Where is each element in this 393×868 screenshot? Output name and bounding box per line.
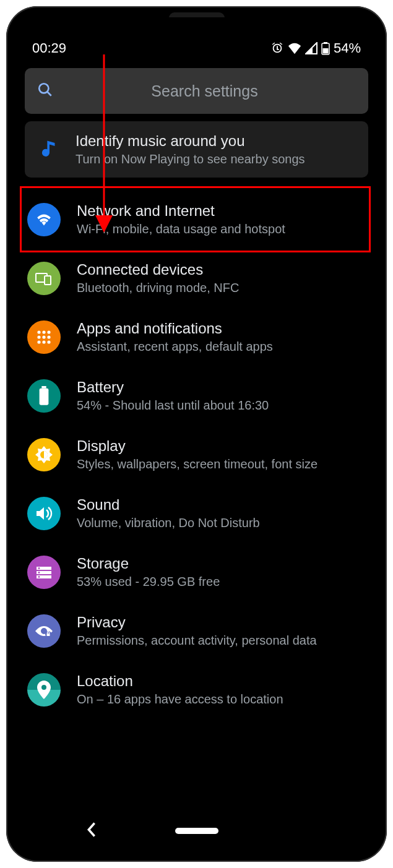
svg-point-7 <box>37 330 40 333</box>
search-settings[interactable]: Search settings <box>25 68 368 114</box>
svg-point-9 <box>47 330 50 333</box>
svg-rect-1 <box>324 42 327 44</box>
settings-item-display[interactable]: Display Styles, wallpapers, screen timeo… <box>25 425 368 484</box>
svg-point-11 <box>42 335 45 338</box>
now-playing-banner[interactable]: Identify music around you Turn on Now Pl… <box>25 121 368 178</box>
item-title: Privacy <box>77 614 363 631</box>
svg-point-8 <box>42 330 45 333</box>
settings-item-apps[interactable]: Apps and notifications Assistant, recent… <box>25 307 368 366</box>
back-button[interactable] <box>85 821 98 841</box>
svg-point-3 <box>39 84 48 93</box>
item-title: Storage <box>77 555 363 572</box>
battery-percent: 54% <box>334 40 361 56</box>
item-subtitle: Volume, vibration, Do Not Disturb <box>77 516 363 530</box>
settings-item-network[interactable]: Network and Internet Wi-Fi, mobile, data… <box>25 190 368 249</box>
wifi-icon <box>27 203 61 236</box>
battery-icon <box>27 379 61 413</box>
phone-screen: 00:29 54% <box>17 17 376 851</box>
wifi-status-icon <box>288 42 301 54</box>
svg-point-24 <box>38 572 40 574</box>
banner-subtitle: Turn on Now Playing to see nearby songs <box>76 152 356 166</box>
svg-point-13 <box>37 340 40 343</box>
svg-point-12 <box>47 335 50 338</box>
svg-point-10 <box>37 335 40 338</box>
item-subtitle: Assistant, recent apps, default apps <box>77 340 363 354</box>
item-subtitle: Bluetooth, driving mode, NFC <box>77 281 363 295</box>
brightness-icon <box>27 438 61 471</box>
storage-icon <box>27 556 61 589</box>
item-title: Sound <box>77 496 363 513</box>
privacy-icon <box>27 614 61 648</box>
svg-line-4 <box>47 92 51 96</box>
cell-signal-icon <box>305 42 317 54</box>
item-title: Apps and notifications <box>77 320 363 337</box>
status-bar: 00:29 54% <box>17 17 376 62</box>
settings-item-sound[interactable]: Sound Volume, vibration, Do Not Disturb <box>25 484 368 543</box>
home-pill[interactable] <box>175 828 218 834</box>
settings-list: Network and Internet Wi-Fi, mobile, data… <box>25 190 368 719</box>
devices-icon <box>27 262 61 295</box>
settings-item-location[interactable]: Location On – 16 apps have access to loc… <box>25 660 368 719</box>
item-title: Display <box>77 437 363 455</box>
status-icons: 54% <box>270 40 361 56</box>
battery-status-icon <box>321 41 330 55</box>
apps-icon <box>27 320 61 354</box>
svg-rect-6 <box>45 276 51 285</box>
banner-title: Identify music around you <box>76 132 356 150</box>
item-title: Location <box>77 672 363 690</box>
item-subtitle: Wi-Fi, mobile, data usage and hotspot <box>77 222 363 236</box>
settings-item-connected[interactable]: Connected devices Bluetooth, driving mod… <box>25 249 368 307</box>
status-time: 00:29 <box>32 40 66 56</box>
phone-frame: 00:29 54% <box>6 6 387 862</box>
svg-rect-27 <box>47 634 50 636</box>
item-subtitle: On – 16 apps have access to location <box>77 692 363 707</box>
item-subtitle: Styles, wallpapers, screen timeout, font… <box>77 457 363 471</box>
settings-item-battery[interactable]: Battery 54% - Should last until about 16… <box>25 366 368 425</box>
item-title: Network and Internet <box>77 202 363 220</box>
alarm-icon <box>270 41 284 55</box>
svg-point-14 <box>42 340 45 343</box>
svg-rect-2 <box>322 48 328 54</box>
svg-point-15 <box>47 340 50 343</box>
music-note-icon <box>37 139 62 160</box>
volume-icon <box>27 497 61 530</box>
item-title: Battery <box>77 379 363 396</box>
item-subtitle: 53% used - 29.95 GB free <box>77 575 363 589</box>
search-placeholder: Search settings <box>78 82 331 100</box>
svg-rect-17 <box>40 388 49 405</box>
item-subtitle: 54% - Should last until about 16:30 <box>77 398 363 413</box>
settings-content: Search settings Identify music around yo… <box>17 62 376 719</box>
svg-rect-16 <box>41 386 46 389</box>
location-icon <box>27 673 61 707</box>
svg-point-25 <box>38 576 40 578</box>
gesture-nav-bar <box>17 819 376 843</box>
settings-item-storage[interactable]: Storage 53% used - 29.95 GB free <box>25 543 368 601</box>
search-icon <box>37 82 53 100</box>
item-title: Connected devices <box>77 261 363 278</box>
svg-point-23 <box>38 567 40 569</box>
item-subtitle: Permissions, account activity, personal … <box>77 634 363 648</box>
settings-item-privacy[interactable]: Privacy Permissions, account activity, p… <box>25 601 368 660</box>
